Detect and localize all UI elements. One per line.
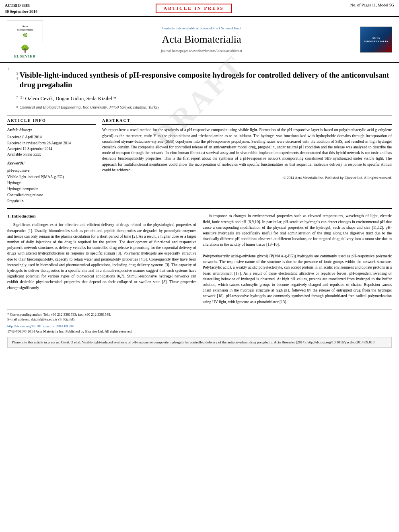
elsevier-journal-logo: Acta Biomaterialia 🌿 [7,20,43,42]
journal-logo-right: ACTA BIOMATERIALIA [358,27,394,53]
journal-title: Acta Biomaterialia [49,32,354,47]
doi-copyright: 1742-7061/© 2014 Acta Materialia Inc. Pu… [7,329,392,334]
authors: Ozlem Cevik, Dogan Gidon, Seda Kizilel * [25,95,116,102]
accepted-date: Accepted 12 September 2014 [7,146,96,152]
article-in-press-badge: ARTICLE IN PRESS [156,4,232,13]
journal-logo-left: Acta Biomaterialia 🌿 🌳 ELSEVIER [5,20,45,59]
intro-title: 1. Introduction [7,213,196,220]
footnote-area: * Corresponding author. Tel.: +90 212 33… [7,310,392,322]
sciencedirect-anchor[interactable]: ScienceDirect [221,26,241,30]
body-col-right: in response to changes in environmental … [203,213,392,306]
article-title-block: 34 Visible-light-induced synthesis of pH… [7,67,392,113]
q1-badge: Q1 [20,95,24,100]
abstract-text: We report here a novel method for the sy… [102,127,392,173]
page-model-info: No. of Pages 11, Model 5G [350,2,394,8]
revised-date: Received in revised form 26 August 2014 [7,140,96,146]
body-two-col: 1. Introduction Significant challenges e… [7,213,392,306]
footnote-email: E-mail address: skizilel@ku.edu.tr (S. K… [7,317,392,322]
doi-link[interactable]: http://dx.doi.org/10.1016/j.actbio.2014.… [7,324,392,329]
line-num-q1: 7 [16,95,18,100]
history-label: Article history: [7,127,96,133]
available-online: Available online xxxx [7,152,96,157]
keyword-1: pH-responsive [7,168,96,174]
keyword-3: Hydrogel [7,180,96,186]
journal-header: Acta Biomaterialia 🌿 🌳 ELSEVIER Contents… [0,17,399,63]
keywords-label: Keywords: [7,160,96,166]
footnote-line-1: * Corresponding author. Tel.: +90 212 33… [7,312,392,317]
intro-paragraph-1: Significant challenges exist for effecti… [7,222,196,290]
main-content: 1 34 Visible-light-induced synthesis of … [0,63,399,352]
article-title: Visible-light-induced synthesis of pH-re… [20,70,392,90]
doi-area: http://dx.doi.org/10.1016/j.actbio.2014.… [7,324,392,334]
elsevier-logo: 🌳 ELSEVIER [14,44,36,59]
article-history: Article history: Received 8 April 2014 R… [7,127,96,157]
line-num-3: 34 [16,71,18,81]
line-num-1: 1 [7,67,9,71]
elsevier-tree-icon: 🌳 [21,44,29,54]
journal-info-center: Contents lists available at ScienceDirec… [49,26,354,53]
divider-after-abstract [7,208,392,209]
copyright-line: © 2014 Acta Materialia Inc. Published by… [102,175,392,181]
article-header-section: 1 34 Visible-light-induced synthesis of … [7,67,392,113]
keyword-6: Pregabalin [7,198,96,204]
sciencedirect-link[interactable]: Contents lists available at ScienceDirec… [49,26,354,31]
journal-id: ACTBIO 3385 30 September 2014 [5,2,37,14]
elsevier-wordmark: ELSEVIER [14,54,36,59]
line-num-8: 8 [16,105,18,110]
received-date: Received 8 April 2014 [7,134,96,140]
keyword-5: Controlled drug release [7,192,96,198]
keywords-section: Keywords: pH-responsive Visible-light-in… [7,160,96,204]
journal-homepage: journal homepage: www.elsevier.com/locat… [49,48,354,53]
intro-paragraph-2: in response to changes in environmental … [203,213,392,304]
affiliation: Chemical and Biological Engineering, Koc… [20,105,159,110]
keyword-4: Hydrogel composite [7,186,96,192]
acta-biomaterialia-logo: ACTA BIOMATERIALIA [360,27,392,53]
abstract-column: ABSTRACT We report here a novel method f… [102,118,392,204]
article-info-column: ARTICLE INFO Article history: Received 8… [7,118,96,204]
top-header: ACTBIO 3385 30 September 2014 ARTICLE IN… [0,0,399,17]
body-col-left: 1. Introduction Significant challenges e… [7,213,196,306]
article-info-header: ARTICLE INFO [7,118,96,125]
article-info-abstract: ARTICLE INFO Article history: Received 8… [7,118,392,204]
citation-box: Please cite this article in press as: Ce… [7,337,392,348]
divider-after-affiliation [7,115,392,115]
keyword-2: Visible-light-induced P(MAA-g-EG) [7,174,96,180]
abstract-header: ABSTRACT [102,118,392,125]
acta-bio-logo-text: ACTA BIOMATERIALIA [364,36,389,43]
